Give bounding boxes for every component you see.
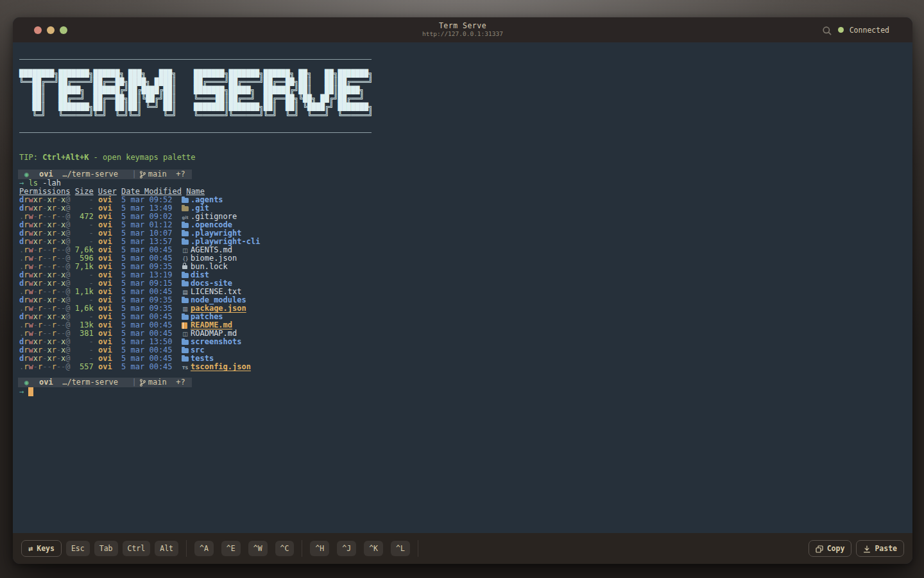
- key-chip-ctrl-e[interactable]: ^E: [221, 541, 241, 556]
- column-header: Date Modified: [121, 187, 182, 196]
- key-chip-ctrl-a[interactable]: ^A: [194, 541, 214, 556]
- paste-button[interactable]: Paste: [856, 540, 904, 557]
- command-name: ls: [28, 179, 37, 188]
- window-title-group: Term Serve http://127.0.0.1:31337: [422, 22, 503, 38]
- connection-status-dot: [838, 27, 844, 33]
- file-name: .gitignore: [191, 212, 237, 221]
- file-name: tests: [191, 354, 214, 363]
- folder-icon: [182, 315, 189, 320]
- toolbar-divider: [186, 540, 187, 557]
- terminal-output[interactable]: ████████╗███████╗██████╗ ███╗ ███╗ █████…: [13, 42, 912, 533]
- server-url: http://127.0.0.1:31337: [422, 31, 503, 38]
- file-name: .agents: [191, 195, 223, 204]
- lock-icon: [182, 265, 187, 269]
- shell-prompt-bar: ◉ ovi …/term-serve |main +?: [18, 378, 192, 387]
- shell-leaf-icon: ◉: [24, 378, 29, 387]
- file-name: .opencode: [191, 220, 232, 229]
- ascii-banner: ████████╗███████╗██████╗ ███╗ ███╗ █████…: [19, 69, 905, 119]
- file-name: package.json: [191, 304, 246, 313]
- key-chip-esc[interactable]: Esc: [66, 541, 90, 556]
- key-chip-tab[interactable]: Tab: [94, 541, 118, 556]
- close-button[interactable]: [34, 26, 42, 34]
- column-header: Permissions: [19, 187, 70, 196]
- file-name: patches: [191, 312, 223, 321]
- connection-status-label: Connected: [850, 26, 889, 35]
- file-name: src: [191, 346, 205, 355]
- column-header: Name: [186, 187, 205, 196]
- bottom-toolbar: ⇄ Keys EscTabCtrlAlt ^A^E^W^C ^H^J^K^L C…: [13, 533, 912, 564]
- file-name: .playwright: [191, 229, 241, 238]
- terminal-cursor: [28, 387, 33, 396]
- folder-icon: [182, 198, 189, 203]
- window-title: Term Serve: [422, 22, 503, 30]
- app-window: Term Serve http://127.0.0.1:31337 Connec…: [13, 17, 912, 564]
- folder-icon: [182, 298, 189, 303]
- file-name: biome.json: [191, 254, 237, 263]
- book-icon: [182, 322, 187, 329]
- shell-prompt-bar: ◉ ovi …/term-serve |main +?: [18, 170, 192, 179]
- folder-icon: [182, 223, 189, 228]
- toolbar-divider: [418, 540, 418, 557]
- toolbar-divider: [302, 540, 302, 557]
- key-chip-alt[interactable]: Alt: [155, 541, 178, 556]
- banner-rule-bottom: [19, 132, 372, 133]
- git-branch-icon: [140, 171, 146, 179]
- folder-icon: [182, 356, 189, 362]
- file-name: LICENSE.txt: [191, 287, 241, 296]
- paste-icon: [863, 544, 871, 553]
- folder-icon: [182, 348, 189, 353]
- copy-button[interactable]: Copy: [809, 540, 852, 557]
- folder-icon: [182, 340, 189, 345]
- traffic-lights: [34, 17, 67, 42]
- command-args: -lah: [42, 179, 61, 188]
- file-name: .playwright-cli: [191, 237, 260, 246]
- ts-icon: TS: [182, 364, 189, 372]
- key-chip-ctrl-c[interactable]: ^C: [275, 541, 295, 556]
- folder-icon: [182, 231, 189, 236]
- search-icon[interactable]: [822, 24, 832, 36]
- folder-icon: [182, 240, 189, 245]
- cursor-line: →: [19, 387, 905, 396]
- file-row: .rw-r--r--@ 557 ovi 5 mar 00:45 TStsconf…: [19, 363, 905, 371]
- file-name: node_modules: [191, 295, 246, 304]
- keys-button[interactable]: ⇄ Keys: [21, 540, 62, 557]
- file-name: README.md: [191, 320, 232, 329]
- title-bar: Term Serve http://127.0.0.1:31337 Connec…: [13, 17, 912, 42]
- file-name: AGENTS.md: [191, 245, 232, 254]
- swap-arrows-icon: ⇄: [28, 545, 33, 552]
- key-chip-ctrl-w[interactable]: ^W: [248, 541, 268, 556]
- desktop-background: Term Serve http://127.0.0.1:31337 Connec…: [0, 0, 924, 578]
- minimize-button[interactable]: [47, 26, 55, 34]
- key-chip-ctrl-l[interactable]: ^L: [391, 541, 410, 556]
- banner-rule-top: [19, 59, 372, 60]
- column-header: Size: [75, 187, 94, 196]
- column-header: User: [98, 187, 117, 196]
- file-name: .git: [191, 204, 209, 213]
- shell-leaf-icon: ◉: [24, 170, 29, 179]
- key-chip-ctrl[interactable]: Ctrl: [123, 541, 151, 556]
- file-name: tsconfig.json: [191, 362, 251, 371]
- file-name: bun.lock: [191, 262, 228, 271]
- folder-icon: [182, 273, 189, 278]
- folder-git-icon: [182, 206, 189, 211]
- file-name: ROADMAP.md: [191, 329, 237, 338]
- file-name: screenshots: [191, 337, 241, 346]
- folder-icon: [182, 281, 189, 286]
- file-name: docs-site: [191, 279, 232, 288]
- title-bar-right: Connected: [822, 17, 889, 42]
- copy-icon: [816, 544, 823, 553]
- key-chip-ctrl-k[interactable]: ^K: [364, 541, 383, 556]
- key-chip-ctrl-j[interactable]: ^J: [337, 541, 356, 556]
- key-chip-ctrl-h[interactable]: ^H: [310, 541, 329, 556]
- git-branch-icon: [140, 379, 146, 387]
- tip-hotkey: Ctrl+Alt+K: [42, 153, 89, 162]
- file-table: drwxr-xr-x@ - ovi 5 mar 09:52 .agentsdrw…: [19, 196, 905, 371]
- tip-line: TIP: Ctrl+Alt+K - open keymaps palette: [19, 153, 905, 162]
- file-name: dist: [191, 270, 209, 279]
- zoom-button[interactable]: [60, 26, 67, 34]
